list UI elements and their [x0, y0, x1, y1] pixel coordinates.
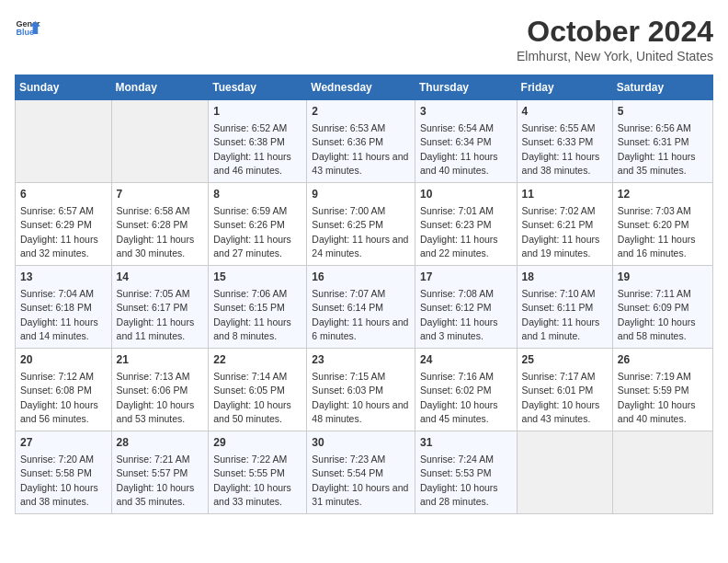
weekday-header: Sunday [16, 75, 112, 100]
day-number: 31 [420, 435, 512, 451]
day-number: 6 [20, 187, 107, 202]
day-number: 17 [420, 270, 512, 285]
calendar-cell: 2Sunrise: 6:53 AMSunset: 6:36 PMDaylight… [307, 100, 415, 183]
day-info: Sunrise: 7:24 AMSunset: 5:53 PMDaylight:… [420, 454, 498, 507]
day-info: Sunrise: 6:52 AMSunset: 6:38 PMDaylight:… [213, 122, 291, 176]
calendar-week-row: 1Sunrise: 6:52 AMSunset: 6:38 PMDaylight… [16, 100, 713, 183]
day-info: Sunrise: 7:22 AMSunset: 5:55 PMDaylight:… [213, 454, 291, 507]
day-info: Sunrise: 7:23 AMSunset: 5:54 PMDaylight:… [312, 454, 408, 507]
calendar-cell: 20Sunrise: 7:12 AMSunset: 6:08 PMDayligh… [16, 349, 112, 431]
logo: General Blue [15, 15, 40, 40]
day-number: 23 [312, 352, 410, 368]
day-number: 3 [420, 104, 512, 120]
calendar-cell: 15Sunrise: 7:06 AMSunset: 6:15 PMDayligh… [209, 266, 307, 349]
weekday-header: Monday [111, 75, 209, 100]
calendar-cell [612, 431, 712, 514]
calendar-week-row: 27Sunrise: 7:20 AMSunset: 5:58 PMDayligh… [16, 431, 713, 514]
calendar-cell: 24Sunrise: 7:16 AMSunset: 6:02 PMDayligh… [415, 349, 517, 431]
day-number: 7 [117, 187, 204, 202]
weekday-header: Wednesday [307, 75, 415, 100]
day-number: 30 [312, 435, 410, 451]
calendar-cell: 25Sunrise: 7:17 AMSunset: 6:01 PMDayligh… [517, 349, 612, 431]
calendar-cell: 10Sunrise: 7:01 AMSunset: 6:23 PMDayligh… [415, 183, 517, 266]
page-header: General Blue October 2024 Elmhurst, New … [15, 15, 713, 63]
day-number: 4 [522, 104, 608, 120]
day-info: Sunrise: 7:03 AMSunset: 6:20 PMDaylight:… [618, 205, 696, 259]
calendar-cell: 6Sunrise: 6:57 AMSunset: 6:29 PMDaylight… [16, 183, 112, 266]
calendar-cell [517, 431, 612, 514]
day-number: 2 [312, 104, 410, 120]
day-info: Sunrise: 7:11 AMSunset: 6:09 PMDaylight:… [618, 288, 696, 341]
calendar-cell: 28Sunrise: 7:21 AMSunset: 5:57 PMDayligh… [111, 431, 209, 514]
day-info: Sunrise: 7:21 AMSunset: 5:57 PMDaylight:… [117, 454, 195, 507]
title-block: October 2024 Elmhurst, New York, United … [517, 15, 713, 63]
day-info: Sunrise: 7:12 AMSunset: 6:08 PMDaylight:… [20, 371, 98, 424]
day-info: Sunrise: 7:02 AMSunset: 6:21 PMDaylight:… [522, 205, 600, 259]
day-number: 8 [213, 187, 301, 202]
day-number: 26 [618, 352, 708, 368]
day-info: Sunrise: 7:06 AMSunset: 6:15 PMDaylight:… [213, 288, 291, 341]
day-number: 22 [213, 352, 301, 368]
day-number: 25 [522, 352, 608, 368]
calendar-cell [111, 100, 209, 183]
calendar-cell: 13Sunrise: 7:04 AMSunset: 6:18 PMDayligh… [16, 266, 112, 349]
calendar-cell: 19Sunrise: 7:11 AMSunset: 6:09 PMDayligh… [612, 266, 712, 349]
day-info: Sunrise: 7:20 AMSunset: 5:58 PMDaylight:… [20, 454, 98, 507]
calendar-header-row: SundayMondayTuesdayWednesdayThursdayFrid… [16, 75, 713, 100]
day-number: 18 [522, 270, 608, 285]
day-number: 21 [117, 352, 204, 368]
day-number: 9 [312, 187, 410, 202]
day-number: 5 [618, 104, 708, 120]
day-info: Sunrise: 7:01 AMSunset: 6:23 PMDaylight:… [420, 205, 498, 259]
day-info: Sunrise: 7:19 AMSunset: 5:59 PMDaylight:… [618, 371, 696, 424]
location: Elmhurst, New York, United States [517, 49, 713, 63]
weekday-header: Tuesday [209, 75, 307, 100]
day-info: Sunrise: 7:00 AMSunset: 6:25 PMDaylight:… [312, 205, 408, 259]
calendar-cell: 26Sunrise: 7:19 AMSunset: 5:59 PMDayligh… [612, 349, 712, 431]
day-info: Sunrise: 6:58 AMSunset: 6:28 PMDaylight:… [117, 205, 195, 259]
day-info: Sunrise: 7:07 AMSunset: 6:14 PMDaylight:… [312, 288, 408, 341]
calendar-cell: 9Sunrise: 7:00 AMSunset: 6:25 PMDaylight… [307, 183, 415, 266]
day-number: 28 [117, 435, 204, 451]
day-number: 11 [522, 187, 608, 202]
day-number: 13 [20, 270, 107, 285]
calendar-cell: 4Sunrise: 6:55 AMSunset: 6:33 PMDaylight… [517, 100, 612, 183]
calendar-cell: 7Sunrise: 6:58 AMSunset: 6:28 PMDaylight… [111, 183, 209, 266]
day-number: 24 [420, 352, 512, 368]
day-info: Sunrise: 6:59 AMSunset: 6:26 PMDaylight:… [213, 205, 291, 259]
day-info: Sunrise: 6:57 AMSunset: 6:29 PMDaylight:… [20, 205, 98, 259]
calendar-cell: 27Sunrise: 7:20 AMSunset: 5:58 PMDayligh… [16, 431, 112, 514]
day-number: 15 [213, 270, 301, 285]
day-info: Sunrise: 6:55 AMSunset: 6:33 PMDaylight:… [522, 122, 600, 176]
day-info: Sunrise: 7:17 AMSunset: 6:01 PMDaylight:… [522, 371, 600, 424]
day-info: Sunrise: 7:05 AMSunset: 6:17 PMDaylight:… [117, 288, 195, 341]
day-info: Sunrise: 7:16 AMSunset: 6:02 PMDaylight:… [420, 371, 498, 424]
weekday-header: Thursday [415, 75, 517, 100]
day-number: 12 [618, 187, 708, 202]
logo-icon: General Blue [15, 15, 40, 40]
day-number: 20 [20, 352, 107, 368]
day-info: Sunrise: 6:53 AMSunset: 6:36 PMDaylight:… [312, 122, 408, 176]
day-number: 19 [618, 270, 708, 285]
day-info: Sunrise: 7:13 AMSunset: 6:06 PMDaylight:… [117, 371, 195, 424]
day-number: 27 [20, 435, 107, 451]
calendar-cell: 30Sunrise: 7:23 AMSunset: 5:54 PMDayligh… [307, 431, 415, 514]
calendar-week-row: 6Sunrise: 6:57 AMSunset: 6:29 PMDaylight… [16, 183, 713, 266]
calendar-cell: 29Sunrise: 7:22 AMSunset: 5:55 PMDayligh… [209, 431, 307, 514]
weekday-header: Friday [517, 75, 612, 100]
calendar-cell: 21Sunrise: 7:13 AMSunset: 6:06 PMDayligh… [111, 349, 209, 431]
calendar-cell: 8Sunrise: 6:59 AMSunset: 6:26 PMDaylight… [209, 183, 307, 266]
calendar-cell: 11Sunrise: 7:02 AMSunset: 6:21 PMDayligh… [517, 183, 612, 266]
day-number: 16 [312, 270, 410, 285]
day-info: Sunrise: 7:08 AMSunset: 6:12 PMDaylight:… [420, 288, 498, 341]
day-number: 1 [213, 104, 301, 120]
calendar-cell: 23Sunrise: 7:15 AMSunset: 6:03 PMDayligh… [307, 349, 415, 431]
day-info: Sunrise: 7:04 AMSunset: 6:18 PMDaylight:… [20, 288, 98, 341]
month-title: October 2024 [517, 15, 713, 49]
calendar-cell: 22Sunrise: 7:14 AMSunset: 6:05 PMDayligh… [209, 349, 307, 431]
calendar-table: SundayMondayTuesdayWednesdayThursdayFrid… [15, 75, 713, 514]
day-number: 14 [117, 270, 204, 285]
calendar-cell: 18Sunrise: 7:10 AMSunset: 6:11 PMDayligh… [517, 266, 612, 349]
calendar-cell [16, 100, 112, 183]
calendar-cell: 3Sunrise: 6:54 AMSunset: 6:34 PMDaylight… [415, 100, 517, 183]
